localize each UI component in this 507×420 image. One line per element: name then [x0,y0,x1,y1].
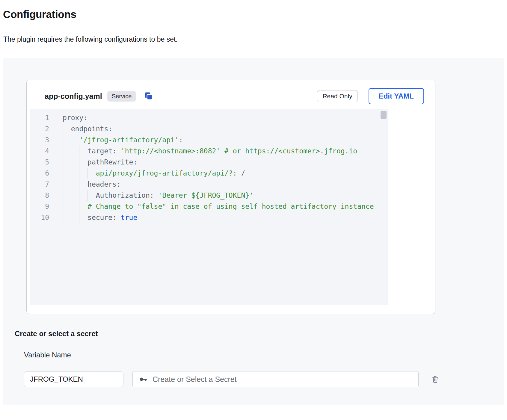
key-icon [139,375,148,384]
secret-section: Create or select a secret Variable Name … [15,330,504,387]
secret-select-placeholder: Create or Select a Secret [153,375,237,384]
yaml-config-card: app-config.yaml Service Read Only Edit Y… [26,80,435,314]
variable-name-input[interactable] [24,371,123,387]
page-subtitle: The plugin requires the following config… [3,35,507,43]
yaml-code-editor[interactable]: 12345678910 proxy:endpoints:'/jfrog-arti… [30,109,388,305]
secret-row: Create or Select a Secret [24,371,504,387]
copy-icon[interactable] [144,92,153,101]
edit-yaml-button[interactable]: Edit YAML [369,88,424,104]
service-badge: Service [107,91,136,102]
header-actions: Read Only Edit YAML [317,88,424,104]
trash-icon [431,375,439,384]
configurations-panel: app-config.yaml Service Read Only Edit Y… [3,58,504,405]
yaml-card-header: app-config.yaml Service Read Only Edit Y… [27,80,435,108]
page-title: Configurations [3,8,507,20]
secret-select[interactable]: Create or Select a Secret [132,371,419,387]
code-gutter: 12345678910 [30,109,58,305]
variable-name-label: Variable Name [24,351,504,359]
secret-section-heading: Create or select a secret [15,330,504,338]
scrollbar-thumb[interactable] [381,111,387,119]
yaml-filename: app-config.yaml [45,92,102,101]
code-lines: proxy:endpoints:'/jfrog-artifactory/api'… [58,109,388,305]
read-only-button[interactable]: Read Only [317,90,357,102]
code-scrollbar[interactable] [379,109,388,305]
delete-button[interactable] [431,375,439,384]
